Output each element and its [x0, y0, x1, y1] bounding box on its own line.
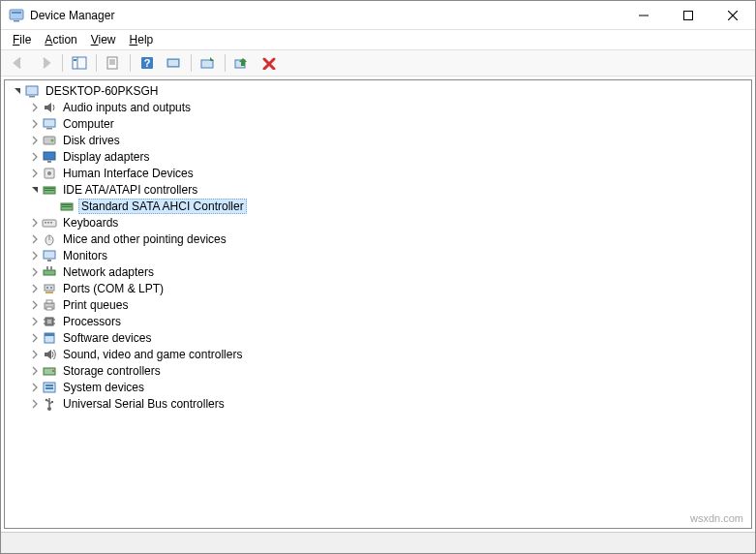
ide-icon: [59, 199, 75, 214]
printer-icon: [42, 297, 57, 313]
expand-arrow-icon[interactable]: [28, 300, 42, 310]
expand-arrow-icon[interactable]: [28, 333, 42, 343]
tree-category-label: Network adapters: [61, 265, 156, 279]
svg-point-63: [52, 370, 54, 372]
back-button[interactable]: [6, 52, 31, 74]
help-button[interactable]: ?: [135, 52, 160, 74]
expand-arrow-icon[interactable]: [28, 119, 42, 129]
watermark: wsxdn.com: [690, 512, 743, 524]
enable-device-button[interactable]: [229, 52, 255, 74]
tree-category[interactable]: Ports (COM & LPT): [7, 280, 749, 296]
tree-category-label: Disk drives: [61, 134, 122, 147]
tree-category-label: Ports (COM & LPT): [61, 282, 166, 295]
update-driver-button[interactable]: [196, 52, 221, 74]
computer-icon: [42, 116, 57, 132]
tree-category[interactable]: Monitors: [7, 247, 749, 263]
menu-view[interactable]: View: [85, 32, 122, 47]
audio-icon: [42, 100, 57, 115]
svg-rect-7: [73, 57, 86, 69]
tree-category[interactable]: Storage controllers: [7, 362, 749, 379]
expand-arrow-icon[interactable]: [28, 317, 42, 326]
tree-category-label: Computer: [61, 117, 116, 131]
expand-arrow-icon[interactable]: [28, 284, 42, 293]
svg-rect-18: [201, 60, 213, 68]
device-tree[interactable]: DESKTOP-60PKSGH Audio inputs and outputs…: [4, 79, 752, 529]
tree-category[interactable]: Display adapters: [7, 148, 749, 165]
forward-button[interactable]: [33, 52, 58, 74]
menu-action[interactable]: Action: [39, 32, 82, 47]
storage-icon: [42, 363, 57, 379]
show-hide-console-tree-button[interactable]: [67, 52, 92, 74]
expand-arrow-icon[interactable]: [28, 399, 42, 409]
toolbar-separator: [225, 54, 226, 72]
tree-root-label: DESKTOP-60PKSGH: [44, 84, 160, 98]
svg-rect-43: [47, 260, 51, 262]
tree-category[interactable]: Print queues: [7, 296, 749, 313]
minimize-button[interactable]: [621, 1, 666, 29]
tree-category[interactable]: Sound, video and game controllers: [7, 346, 749, 362]
svg-rect-47: [45, 285, 54, 291]
maximize-button[interactable]: [666, 1, 711, 29]
svg-rect-38: [47, 222, 49, 224]
tree-category[interactable]: Universal Serial Bus controllers: [7, 395, 749, 412]
svg-rect-34: [62, 204, 72, 205]
collapse-arrow-icon[interactable]: [28, 185, 42, 195]
tree-category-label: Audio inputs and outputs: [61, 101, 193, 114]
expand-arrow-icon[interactable]: [28, 267, 42, 277]
expand-arrow-icon[interactable]: [28, 218, 42, 228]
tree-category[interactable]: IDE ATA/ATAPI controllers: [7, 181, 749, 198]
properties-button[interactable]: [101, 52, 126, 74]
svg-point-49: [50, 287, 52, 289]
expand-arrow-icon[interactable]: [28, 169, 42, 178]
expand-arrow-icon[interactable]: [11, 86, 24, 96]
svg-rect-53: [46, 307, 52, 310]
svg-rect-45: [46, 266, 48, 270]
svg-point-67: [47, 407, 51, 411]
tree-category[interactable]: Processors: [7, 313, 749, 329]
expand-arrow-icon[interactable]: [28, 383, 42, 392]
svg-rect-61: [45, 333, 54, 336]
statusbar: [1, 532, 755, 553]
svg-rect-70: [51, 401, 53, 403]
tree-category[interactable]: Computer: [7, 115, 749, 132]
svg-rect-35: [62, 206, 72, 207]
tree-category[interactable]: System devices: [7, 379, 749, 395]
tree-category[interactable]: Audio inputs and outputs: [7, 99, 749, 115]
tree-device[interactable]: Standard SATA AHCI Controller: [7, 198, 749, 214]
expand-arrow-icon[interactable]: [28, 366, 42, 376]
close-button[interactable]: [711, 1, 755, 29]
svg-rect-23: [46, 128, 52, 130]
display-icon: [42, 149, 57, 165]
network-icon: [42, 264, 57, 280]
software-icon: [42, 330, 57, 346]
svg-rect-50: [45, 292, 53, 293]
tree-category[interactable]: Keyboards: [7, 214, 749, 231]
tree-category[interactable]: Disk drives: [7, 132, 749, 148]
expand-arrow-icon[interactable]: [28, 350, 42, 359]
expand-arrow-icon[interactable]: [28, 103, 42, 112]
tree-category-label: Sound, video and game controllers: [61, 348, 244, 361]
svg-point-48: [46, 287, 48, 289]
tree-category[interactable]: Human Interface Devices: [7, 165, 749, 181]
tree-category[interactable]: Network adapters: [7, 263, 749, 280]
sound-icon: [42, 347, 57, 362]
scan-hardware-button[interactable]: [162, 52, 187, 74]
svg-rect-55: [47, 320, 51, 323]
tree-category[interactable]: Mice and other pointing devices: [7, 231, 749, 247]
tree-root[interactable]: DESKTOP-60PKSGH: [7, 82, 749, 99]
expand-arrow-icon[interactable]: [28, 234, 42, 244]
tree-category-label: Processors: [61, 315, 123, 328]
expand-arrow-icon[interactable]: [28, 152, 42, 162]
expand-arrow-icon[interactable]: [28, 136, 42, 145]
menu-help[interactable]: Help: [124, 32, 160, 47]
menu-file[interactable]: File: [7, 32, 37, 47]
tree-category-label: Storage controllers: [61, 364, 163, 378]
svg-rect-21: [29, 96, 35, 98]
usb-icon: [42, 396, 57, 412]
uninstall-device-button[interactable]: [257, 52, 282, 74]
expand-arrow-icon[interactable]: [28, 251, 42, 261]
disk-icon: [42, 133, 57, 148]
ide-icon: [42, 182, 57, 198]
tree-category[interactable]: Software devices: [7, 329, 749, 346]
toolbar-separator: [191, 54, 192, 72]
